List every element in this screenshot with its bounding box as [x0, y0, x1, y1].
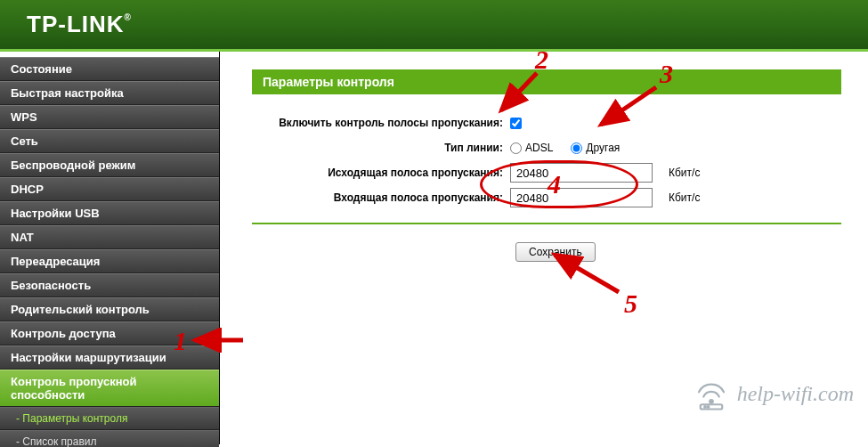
line-type-other-radio[interactable]	[571, 142, 582, 154]
brand-logo: TP-LINK®	[27, 11, 132, 38]
nav-dhcp[interactable]: DHCP	[0, 177, 219, 201]
panel-title: Параметры контроля	[252, 69, 841, 94]
save-button[interactable]: Сохранить	[515, 242, 596, 262]
nav-routing[interactable]: Настройки маршрутизации	[0, 345, 219, 370]
svg-rect-5	[700, 404, 722, 409]
content-area: Параметры контроля Включить контроль пол…	[220, 52, 868, 444]
enable-label: Включить контроль полосы пропускания:	[252, 117, 510, 129]
watermark-text: help-wifi.com	[737, 382, 854, 406]
egress-unit: Кбит/с	[669, 167, 700, 179]
line-type-label: Тип линии:	[252, 142, 510, 154]
nav-access[interactable]: Контроль доступа	[0, 321, 219, 345]
sidebar: Состояние Быстрая настройка WPS Сеть Бес…	[0, 52, 220, 444]
nav-wireless[interactable]: Беспроводной режим	[0, 153, 219, 177]
wifi-router-icon	[693, 375, 730, 412]
watermark: help-wifi.com	[693, 375, 854, 412]
ingress-input[interactable]	[510, 188, 653, 207]
nav-nat[interactable]: NAT	[0, 225, 219, 249]
line-type-adsl-radio[interactable]	[510, 142, 522, 154]
nav-usb[interactable]: Настройки USB	[0, 201, 219, 225]
egress-input[interactable]	[510, 163, 653, 183]
nav-sub-rule-list[interactable]: - Список правил	[0, 430, 219, 447]
nav-bandwidth-control[interactable]: Контроль пропускной способности	[0, 370, 219, 407]
nav-security[interactable]: Безопасность	[0, 273, 219, 297]
nav-forwarding[interactable]: Переадресация	[0, 249, 219, 273]
egress-label: Исходящая полоса пропускания:	[252, 167, 510, 179]
main-layout: Состояние Быстрая настройка WPS Сеть Бес…	[0, 52, 868, 444]
svg-point-6	[704, 406, 706, 408]
nav-wps[interactable]: WPS	[0, 105, 219, 129]
svg-point-7	[707, 406, 709, 408]
ingress-label: Входящая полоса пропускания:	[252, 191, 510, 204]
nav-status[interactable]: Состояние	[0, 57, 219, 81]
annotation-5: 5	[624, 289, 637, 319]
line-type-adsl-label: ADSL	[525, 142, 553, 154]
line-type-other-label: Другая	[586, 142, 620, 154]
nav-sub-control-params[interactable]: - Параметры контроля	[0, 407, 219, 430]
enable-checkbox[interactable]	[510, 118, 522, 129]
svg-point-4	[710, 400, 713, 403]
nav-network[interactable]: Сеть	[0, 129, 219, 153]
ingress-unit: Кбит/с	[669, 191, 700, 204]
nav-parental[interactable]: Родительский контроль	[0, 297, 219, 321]
nav-quick-setup[interactable]: Быстрая настройка	[0, 81, 219, 105]
app-header: TP-LINK®	[0, 0, 868, 52]
divider	[252, 223, 841, 224]
